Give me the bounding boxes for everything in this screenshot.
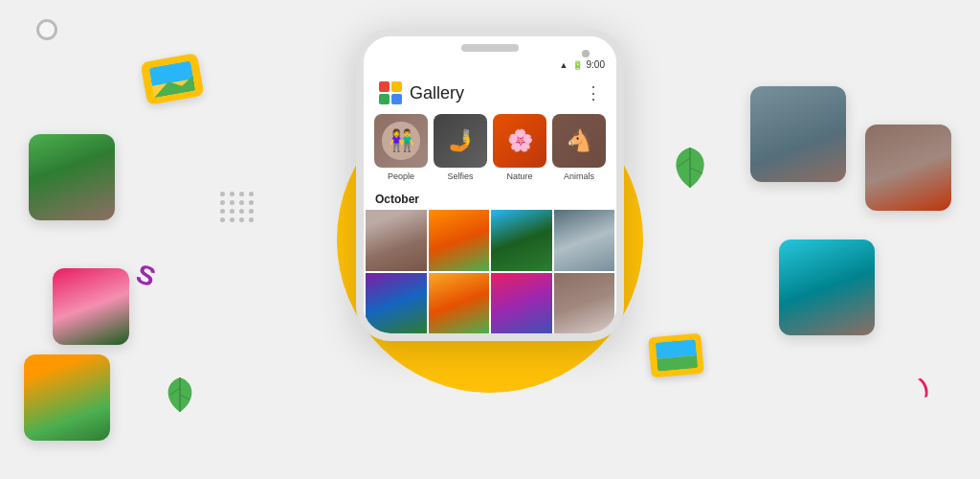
albums-row: 👫 People 🤳 Selfies: [364, 114, 616, 189]
small-photo-card-right: [648, 333, 703, 378]
svg-rect-9: [391, 94, 402, 104]
status-bar: ▲ 🔋 9:00: [364, 57, 616, 70]
small-circle-logo: [36, 19, 57, 40]
album-animals[interactable]: 🐴 Animals: [551, 114, 607, 181]
phone-top: [364, 36, 616, 57]
float-photo-3: [24, 354, 110, 441]
album-selfies-thumb: 🤳: [434, 114, 487, 168]
photo-grid-row1: [364, 210, 616, 271]
album-nature[interactable]: 🌸 Nature: [492, 114, 547, 181]
album-animals-thumb: 🐴: [552, 114, 606, 168]
photo-grid-row2: [364, 273, 616, 334]
photo-grain[interactable]: [554, 273, 615, 334]
svg-rect-7: [391, 81, 402, 92]
dots-cluster: [220, 192, 255, 222]
album-people[interactable]: 👫 People: [373, 114, 429, 181]
gallery-logo-icon: [377, 80, 404, 106]
photo-fabric[interactable]: [491, 273, 552, 334]
float-photo-right-3: [779, 240, 875, 335]
signal-icon: ▲: [560, 60, 568, 70]
photo-carrots[interactable]: [429, 210, 490, 271]
float-photo-right-1: [750, 86, 846, 182]
leaf-right-top: [668, 144, 712, 195]
photo-nuts[interactable]: [429, 273, 490, 334]
phone-screen: Gallery ⋮ 👫 People: [364, 70, 616, 333]
phone-camera: [582, 50, 590, 57]
float-photo-right-2: [865, 125, 951, 211]
photo-palms[interactable]: [491, 210, 552, 271]
svg-rect-8: [379, 94, 390, 104]
album-people-thumb: 👫: [374, 114, 428, 168]
app-title: Gallery: [410, 83, 464, 103]
phone-notch: [461, 44, 519, 52]
section-october: October: [364, 189, 616, 210]
leaf-left: [161, 374, 199, 420]
menu-button[interactable]: ⋮: [585, 82, 603, 103]
phone-wrapper: ▲ 🔋 9:00 Gallery ⋮: [356, 29, 624, 341]
photo-horse[interactable]: [366, 210, 427, 271]
svg-rect-6: [379, 81, 390, 92]
album-people-label: People: [388, 171, 414, 181]
float-photo-1: [29, 134, 115, 220]
phone: ▲ 🔋 9:00 Gallery ⋮: [356, 29, 624, 341]
photo-woman2[interactable]: [554, 210, 615, 271]
float-photo-2: [53, 268, 129, 345]
photo-mural[interactable]: [366, 273, 427, 334]
app-logo: Gallery: [377, 80, 464, 106]
app-header: Gallery ⋮: [364, 70, 616, 114]
album-nature-label: Nature: [506, 171, 532, 181]
status-time: 9:00: [587, 59, 605, 70]
battery-icon: 🔋: [572, 60, 583, 70]
album-nature-thumb: 🌸: [493, 114, 546, 168]
album-selfies-label: Selfies: [447, 171, 473, 181]
album-animals-label: Animals: [564, 171, 594, 181]
album-selfies[interactable]: 🤳 Selfies: [433, 114, 488, 181]
